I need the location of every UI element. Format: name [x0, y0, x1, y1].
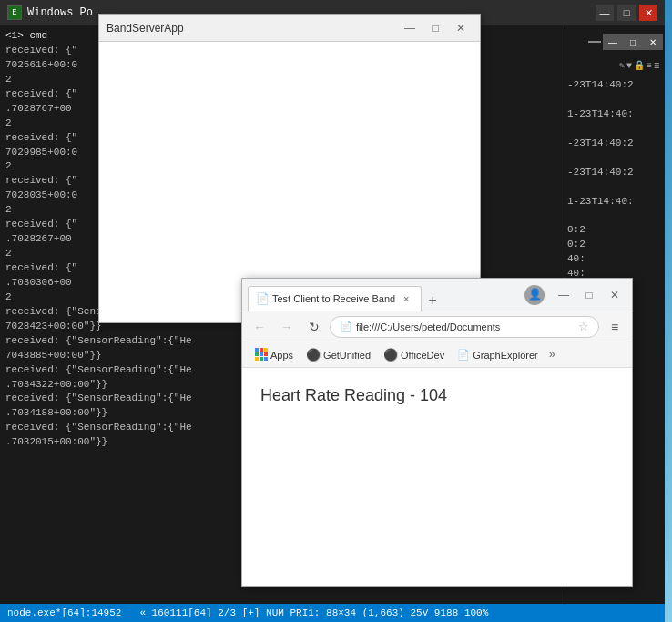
- timestamp-line: -23T14:40:2: [567, 166, 663, 180]
- band-titlebar: BandServerApp — □ ✕: [99, 15, 480, 42]
- bookmark-graphexplorer[interactable]: 📄 GraphExplorer: [452, 347, 544, 362]
- tab-title: Test Client to Receive Band: [272, 293, 395, 304]
- bookmark-star-icon[interactable]: ☆: [578, 320, 589, 333]
- back-button[interactable]: ←: [248, 315, 271, 339]
- browser-window-controls: — □ ✕: [552, 286, 626, 304]
- toolbar-icon5: ≣: [654, 60, 659, 74]
- cmd-icon: E: [7, 5, 22, 20]
- band-minimize-button[interactable]: —: [398, 19, 422, 37]
- page-icon: 📄: [340, 321, 352, 332]
- browser-nav-bar: ← → ↻ 📄 file:///C:/Users/peted/Documents…: [242, 311, 632, 342]
- timestamp-line: -23T14:40:2: [567, 78, 663, 93]
- graphexplorer-label: GraphExplorer: [473, 350, 538, 361]
- toolbar-icon1: ✎: [619, 60, 625, 74]
- svg-rect-3: [255, 352, 259, 356]
- right-panel-close-button[interactable]: ✕: [643, 34, 663, 50]
- right-panel-max-button[interactable]: □: [623, 34, 643, 50]
- timestamp-line: 0:2: [567, 238, 663, 252]
- cmd-window-controls: — □ ✕: [596, 5, 657, 21]
- cmd-close-button[interactable]: ✕: [639, 5, 657, 21]
- toolbar-icon4: ≡: [647, 60, 652, 74]
- tab-favicon: 📄: [256, 292, 269, 305]
- tab-close-button[interactable]: ×: [399, 291, 413, 306]
- timestamp-line: -23T14:40:2: [567, 137, 663, 151]
- timestamp-line: [567, 93, 663, 107]
- cmd-maximize-button[interactable]: □: [617, 5, 636, 21]
- bookmark-getunified[interactable]: ⚫ GetUnified: [300, 346, 376, 363]
- band-close-button[interactable]: ✕: [449, 19, 473, 37]
- svg-rect-5: [264, 352, 268, 356]
- user-avatar[interactable]: 👤: [524, 285, 545, 305]
- right-panel-toolbar: ✎ ▼ 🔒 ≡ ≣: [567, 55, 663, 78]
- browser-menu-button[interactable]: ≡: [603, 315, 626, 339]
- bookmark-apps[interactable]: Apps: [249, 346, 299, 364]
- timestamp-line: [567, 122, 663, 137]
- svg-rect-1: [260, 348, 263, 352]
- status-stats: « 160111[64] 2/3 [+] NUM PRI1: 88×34 (1,…: [139, 607, 488, 618]
- timestamp-line: 1-23T14:40:: [567, 107, 663, 122]
- svg-rect-7: [260, 357, 263, 361]
- github-icon-2: ⚫: [383, 348, 398, 362]
- browser-tab-active[interactable]: 📄 Test Client to Receive Band ×: [248, 286, 422, 311]
- heart-rate-reading: Heart Rate Reading - 104: [260, 386, 447, 404]
- svg-rect-8: [264, 357, 268, 361]
- status-node: node.exe*[64]:14952: [7, 607, 121, 618]
- apps-label: Apps: [270, 350, 293, 361]
- band-maximize-button[interactable]: □: [423, 19, 447, 37]
- toolbar-icon3: 🔒: [634, 60, 645, 74]
- right-panel-min-button[interactable]: —: [603, 34, 623, 50]
- browser-maximize-button[interactable]: □: [577, 286, 601, 304]
- github-icon-1: ⚫: [306, 348, 321, 362]
- browser-window: 📄 Test Client to Receive Band × + 👤 — □ …: [241, 278, 633, 587]
- browser-content: Heart Rate Reading - 104: [242, 368, 632, 586]
- svg-rect-6: [255, 357, 259, 361]
- address-bar[interactable]: 📄 file:///C:/Users/peted/Documents ☆: [330, 316, 599, 338]
- getunified-label: GetUnified: [323, 350, 371, 361]
- timestamp-line: [567, 209, 663, 223]
- timestamp-line: [567, 151, 663, 166]
- svg-rect-0: [255, 348, 259, 352]
- timestamp-line: 40:: [567, 252, 663, 267]
- refresh-button[interactable]: ↻: [302, 315, 326, 339]
- toolbar-icon2: ▼: [626, 60, 632, 74]
- address-text: file:///C:/Users/peted/Documents: [356, 321, 575, 332]
- more-bookmarks-button[interactable]: »: [545, 347, 559, 363]
- cmd-minimize-button[interactable]: —: [596, 5, 614, 21]
- browser-tab-area: 📄 Test Client to Receive Band × +: [248, 279, 521, 311]
- right-panel-scrollbar: [588, 41, 601, 43]
- band-server-app-window: BandServerApp — □ ✕: [98, 14, 481, 323]
- new-tab-button[interactable]: +: [422, 290, 443, 311]
- timestamp-line: 0:2: [567, 223, 663, 238]
- officedev-label: OfficeDev: [401, 350, 444, 361]
- apps-grid-icon: [255, 348, 268, 362]
- browser-titlebar: 📄 Test Client to Receive Band × + 👤 — □ …: [242, 279, 632, 311]
- browser-close-button[interactable]: ✕: [603, 286, 626, 304]
- page-favicon: 📄: [457, 349, 470, 361]
- bookmarks-bar: Apps ⚫ GetUnified ⚫ OfficeDev 📄 GraphExp…: [242, 342, 632, 368]
- band-title-text: BandServerApp: [107, 22, 398, 35]
- svg-rect-2: [264, 348, 268, 352]
- timestamp-line: [567, 180, 663, 195]
- forward-button[interactable]: →: [275, 315, 299, 339]
- band-window-controls: — □ ✕: [398, 19, 473, 37]
- browser-minimize-button[interactable]: —: [552, 286, 575, 304]
- bookmark-officedev[interactable]: ⚫ OfficeDev: [378, 346, 450, 363]
- svg-rect-4: [260, 352, 263, 356]
- timestamp-line: 1-23T14:40:: [567, 195, 663, 209]
- cmd-status-bar: node.exe*[64]:14952 « 160111[64] 2/3 [+]…: [0, 604, 665, 622]
